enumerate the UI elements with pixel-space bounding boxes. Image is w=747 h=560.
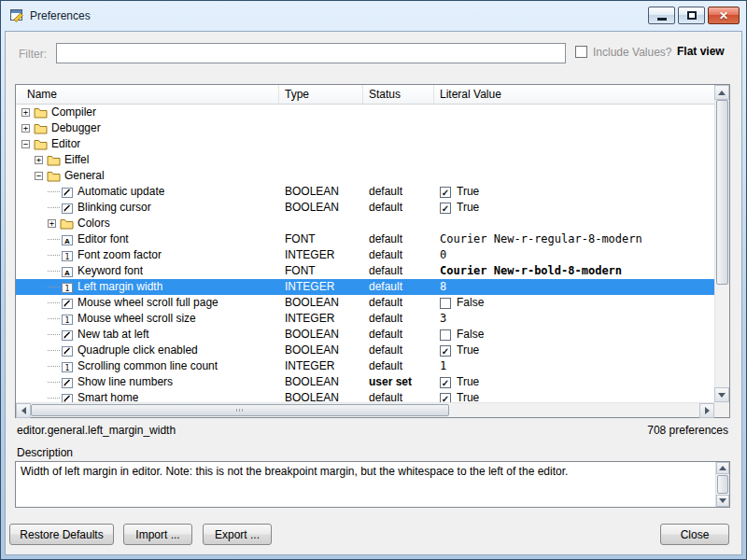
preferences-window: Preferences ✕ Filter: Include Values? Fl…	[0, 0, 747, 560]
value-checkbox[interactable]: ✓	[440, 377, 451, 388]
vertical-scrollbar-thumb[interactable]	[716, 100, 728, 285]
description-scrollbar-thumb[interactable]	[717, 475, 728, 494]
value-checkbox[interactable]: ✓	[440, 393, 451, 403]
tree-row[interactable]: Show line numbersBOOLEANuser set✓True	[16, 374, 714, 390]
tree-indent	[16, 382, 48, 383]
horizontal-scrollbar	[16, 402, 714, 417]
arrow-right-icon	[705, 407, 710, 414]
include-values-checkbox[interactable]	[575, 46, 587, 58]
value-checkbox[interactable]: ✓	[440, 187, 451, 198]
pref-value: False	[434, 295, 714, 311]
tree-connector	[48, 287, 60, 287]
minimize-button[interactable]	[648, 7, 675, 24]
restore-defaults-button[interactable]: Restore Defaults	[9, 524, 114, 545]
title-bar[interactable]: Preferences ✕	[1, 1, 746, 31]
pref-type: BOOLEAN	[279, 390, 363, 402]
pref-status: default	[363, 343, 434, 358]
pref-name: Editor	[51, 136, 80, 152]
value-text: True	[457, 343, 479, 358]
svg-text:1: 1	[64, 284, 69, 292]
tree-connector	[48, 334, 60, 335]
tree-connector	[48, 239, 60, 240]
scroll-right-button[interactable]	[699, 403, 714, 418]
expand-icon[interactable]: +	[21, 124, 30, 133]
tree-indent	[16, 350, 48, 351]
tree-indent	[16, 302, 48, 303]
pref-status: default	[363, 279, 434, 295]
value-checkbox[interactable]	[440, 298, 451, 309]
value-checkbox[interactable]	[440, 329, 451, 341]
pref-type: BOOLEAN	[279, 343, 363, 358]
expand-icon[interactable]: +	[35, 156, 43, 164]
column-header-status[interactable]: Status	[363, 85, 434, 104]
export-button[interactable]: Export ...	[203, 524, 272, 545]
pref-name: Show line numbers	[78, 374, 173, 390]
close-dialog-button[interactable]: Close	[660, 524, 729, 545]
tree-row-name-cell: 1Mouse wheel scroll size	[16, 311, 279, 327]
pref-type	[279, 120, 363, 136]
expand-icon[interactable]: +	[21, 108, 30, 117]
tree-row-name-cell: +Debugger	[16, 120, 279, 136]
column-header-literal-value[interactable]: Literal Value	[434, 85, 714, 104]
tree-row[interactable]: Automatic updateBOOLEANdefault✓True	[16, 184, 714, 200]
filter-input[interactable]	[56, 43, 566, 63]
tree-row[interactable]: +Colors	[16, 216, 714, 231]
column-header-type[interactable]: Type	[279, 85, 363, 104]
flat-view-button[interactable]: Flat view	[677, 45, 725, 58]
pref-name: Smart home	[78, 390, 138, 402]
expand-icon[interactable]: +	[48, 219, 56, 228]
tree-indent	[16, 287, 48, 287]
tree-row[interactable]: +Compiler	[16, 105, 714, 120]
maximize-button[interactable]	[678, 7, 705, 24]
pref-type: BOOLEAN	[279, 184, 363, 200]
collapse-icon[interactable]: −	[35, 172, 43, 180]
tree-row-name-cell: Automatic update	[16, 184, 279, 200]
tree-row[interactable]: −Editor	[16, 136, 714, 152]
value-text: True	[457, 390, 479, 402]
tree-row-name-cell: Blinking cursor	[16, 200, 279, 216]
pref-status	[363, 152, 434, 168]
column-header-name[interactable]: Name	[16, 85, 279, 104]
description-scroll-down-button[interactable]	[716, 495, 729, 507]
tree-row[interactable]: New tab at leftBOOLEANdefaultFalse	[16, 327, 714, 343]
tree-row[interactable]: Quadruple click enabledBOOLEANdefault✓Tr…	[16, 343, 714, 358]
description-box[interactable]: Width of left margin in editor. Note: th…	[15, 461, 730, 508]
description-label: Description	[17, 446, 73, 459]
pref-type: BOOLEAN	[279, 374, 363, 390]
pref-type	[279, 216, 363, 231]
tree-row[interactable]: Smart homeBOOLEANdefault✓True	[16, 390, 714, 402]
collapse-icon[interactable]: −	[21, 140, 30, 148]
pref-name: Mouse wheel scroll full page	[78, 295, 218, 311]
folder-icon	[47, 170, 61, 182]
bool-icon	[60, 202, 74, 214]
tree-row[interactable]: +Eiffel	[16, 152, 714, 168]
preferences-tree: Name Type Status Literal Value +Compiler…	[15, 84, 730, 418]
horizontal-scrollbar-thumb[interactable]	[31, 404, 449, 416]
pref-type	[279, 105, 363, 120]
scroll-down-button[interactable]	[714, 387, 729, 402]
tree-row[interactable]: 1Left margin widthINTEGERdefault8	[16, 279, 714, 295]
window-title: Preferences	[30, 9, 91, 22]
tree-row[interactable]: +Debugger	[16, 120, 714, 136]
import-button[interactable]: Import ...	[123, 524, 192, 545]
tree-row[interactable]: AEditor fontFONTdefaultCourier New-r-reg…	[16, 231, 714, 247]
pref-value	[434, 152, 714, 168]
tree-connector	[48, 318, 60, 319]
tree-row[interactable]: AKeyword fontFONTdefaultCourier New-r-bo…	[16, 263, 714, 279]
tree-row[interactable]: 1Font zoom factorINTEGERdefault0	[16, 247, 714, 263]
tree-row[interactable]: Blinking cursorBOOLEANdefault✓True	[16, 200, 714, 216]
pref-name: Left margin width	[78, 279, 162, 295]
pref-value: 1	[434, 358, 714, 374]
tree-row[interactable]: Mouse wheel scroll full pageBOOLEANdefau…	[16, 295, 714, 311]
value-text: False	[457, 327, 484, 343]
close-button[interactable]: ✕	[708, 7, 740, 24]
tree-indent	[16, 366, 48, 367]
tree-row[interactable]: 1Mouse wheel scroll sizeINTEGERdefault3	[16, 311, 714, 327]
scroll-up-button[interactable]	[714, 85, 729, 100]
tree-row[interactable]: −General	[16, 168, 714, 184]
description-scroll-up-button[interactable]	[716, 462, 729, 474]
tree-row[interactable]: 1Scrolling common line countINTEGERdefau…	[16, 358, 714, 374]
value-checkbox[interactable]: ✓	[440, 345, 451, 357]
scroll-left-button[interactable]	[16, 403, 31, 418]
value-checkbox[interactable]: ✓	[440, 203, 451, 214]
